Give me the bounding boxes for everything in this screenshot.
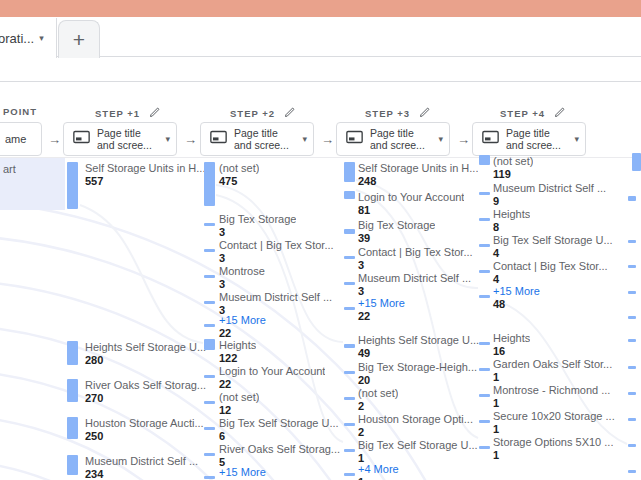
path-node-step-1[interactable]: Houston Storage Aucti...250 <box>67 417 204 443</box>
node-bar <box>204 453 215 456</box>
path-node-step-3[interactable]: +4 More1 <box>344 463 399 480</box>
path-node-step-2[interactable]: Contact | Big Tex Stor...3 <box>204 239 334 265</box>
path-canvas: artSelf Storage Units in H...557Heights … <box>0 0 641 480</box>
path-node-step-3[interactable]: Self Storage Units in H...248 <box>344 162 478 188</box>
node-bar <box>204 427 215 430</box>
path-node-step-4[interactable]: Montrose - Richmond ...1 <box>479 384 610 410</box>
node-label: Museum District Self ... <box>85 455 198 468</box>
path-node-step-1[interactable]: River Oaks Self Storag...270 <box>67 379 206 405</box>
node-label: Garden Oaks Self Stor... <box>493 358 612 371</box>
node-label: Big Tex Storage <box>219 213 296 226</box>
path-node-step-2[interactable]: Big Tex Storage3 <box>204 213 296 239</box>
tab-exploration-label: orati... <box>0 31 34 46</box>
node-count: 3 <box>219 226 296 239</box>
more-nodes-link[interactable]: +4 More <box>358 463 399 476</box>
node-count: 22 <box>219 378 325 391</box>
path-node-step-1[interactable]: Museum District Self ...234 <box>67 455 198 480</box>
node-count: 122 <box>219 352 256 365</box>
node-count: 1 <box>358 476 399 480</box>
path-node-step-3[interactable]: (not set)2 <box>344 387 398 413</box>
node-bar <box>479 218 490 221</box>
path-node-step-2[interactable]: Big Tex Self Storage U...6 <box>204 417 339 443</box>
node-bar-clipped <box>628 418 636 421</box>
node-count: 48 <box>493 298 540 311</box>
node-bar <box>479 270 490 273</box>
node-count: 3 <box>219 278 265 291</box>
path-node-step-4[interactable]: (not set)119 <box>479 155 533 181</box>
node-bar <box>67 341 78 365</box>
path-node-step-3[interactable]: Museum District Self ...3 <box>344 272 471 298</box>
node-bar <box>479 244 490 247</box>
node-bar <box>204 401 215 404</box>
node-label: Login to Your Account <box>358 191 464 204</box>
path-node-step-3[interactable]: Login to Your Account81 <box>344 191 464 217</box>
node-label: Big Tex Storage-Heigh... <box>358 361 477 374</box>
node-count: 3 <box>219 252 334 265</box>
path-node-step-4[interactable]: Heights8 <box>479 208 530 234</box>
path-node-step-2[interactable]: Heights122 <box>204 339 256 365</box>
node-label: Heights <box>493 332 530 345</box>
path-node-step-3[interactable]: Contact | Big Tex Stor...3 <box>344 246 473 272</box>
path-node-step-2[interactable]: (not set)12 <box>204 391 259 417</box>
node-label: Contact | Big Tex Stor... <box>219 239 334 252</box>
node-bar <box>479 342 490 345</box>
path-node-step-1[interactable]: Self Storage Units in H...557 <box>67 162 205 209</box>
path-node-step-2[interactable]: Login to Your Account22 <box>204 365 325 391</box>
path-node-step-3[interactable]: Houston Storage Opti...2 <box>344 413 473 439</box>
node-bar <box>204 275 215 278</box>
node-bar <box>479 295 490 298</box>
node-count: 2 <box>358 426 473 439</box>
path-node-step-3[interactable]: Big Tex Storage39 <box>344 219 435 245</box>
path-node-step-3[interactable]: Big Tex Storage-Heigh...20 <box>344 361 477 387</box>
node-label: (not set) <box>493 155 533 168</box>
node-label: River Oaks Self Storag... <box>219 443 340 456</box>
path-node-step-4[interactable]: +15 More48 <box>479 285 540 311</box>
more-nodes-link[interactable]: +15 More <box>493 285 540 298</box>
node-label: Big Tex Storage <box>358 219 435 232</box>
path-node-step-3[interactable]: +15 More22 <box>344 297 405 323</box>
path-node-step-3[interactable]: Big Tex Self Storage U...1 <box>344 439 478 465</box>
tab-exploration[interactable]: orati... ▾ <box>0 18 57 58</box>
node-count: 16 <box>493 345 530 358</box>
path-node-step-4[interactable]: Garden Oaks Self Stor...1 <box>479 358 612 384</box>
path-node-step-2[interactable]: +15 More <box>204 466 266 479</box>
node-label: Big Tex Self Storage U... <box>493 234 613 247</box>
node-bar <box>344 256 355 259</box>
path-node-step-2[interactable]: (not set)475 <box>204 162 259 206</box>
path-node-step-2[interactable]: Montrose3 <box>204 265 265 291</box>
node-label: River Oaks Self Storag... <box>85 379 206 392</box>
path-node-step-4[interactable]: Secure 10x20 Storage ...1 <box>479 410 615 436</box>
node-bar <box>204 301 215 304</box>
path-node-starting-point[interactable]: art <box>0 163 16 176</box>
node-bar <box>344 449 355 452</box>
node-bar <box>344 397 355 400</box>
node-count: 475 <box>219 175 259 188</box>
node-label: Heights Self Storage U... <box>358 334 479 347</box>
node-label: Self Storage Units in H... <box>358 162 478 175</box>
node-count: 39 <box>358 232 435 245</box>
node-label: (not set) <box>219 391 259 404</box>
node-label: Heights Self Storage U... <box>85 341 206 354</box>
more-nodes-link[interactable]: +15 More <box>219 314 266 327</box>
path-node-step-4[interactable]: Contact | Big Tex Stor...4 <box>479 260 608 286</box>
path-node-step-4[interactable]: Heights16 <box>479 332 530 358</box>
path-node-step-3[interactable]: Heights Self Storage U...49 <box>344 334 479 360</box>
path-node-step-4[interactable]: Storage Options 5X10 ...1 <box>479 436 613 462</box>
path-node-step-1[interactable]: Heights Self Storage U...280 <box>67 341 206 367</box>
node-count: 1 <box>493 449 613 462</box>
more-nodes-link[interactable]: +15 More <box>219 466 266 479</box>
node-label: Museum District Self ... <box>493 182 606 195</box>
path-node-step-4[interactable]: Big Tex Self Storage U...4 <box>479 234 613 260</box>
node-count: 270 <box>85 392 206 405</box>
node-count: 1 <box>493 371 612 384</box>
node-count: 1 <box>493 397 610 410</box>
node-count: 250 <box>85 430 204 443</box>
chevron-down-icon[interactable]: ▾ <box>39 33 44 43</box>
node-count: 22 <box>358 310 405 323</box>
node-bar <box>479 394 490 397</box>
node-bar <box>479 155 490 165</box>
path-node-step-4[interactable]: Museum District Self ...9 <box>479 182 606 208</box>
path-node-step-2[interactable]: +15 More22 <box>204 314 266 340</box>
more-nodes-link[interactable]: +15 More <box>358 297 405 310</box>
node-count: 8 <box>493 221 530 234</box>
